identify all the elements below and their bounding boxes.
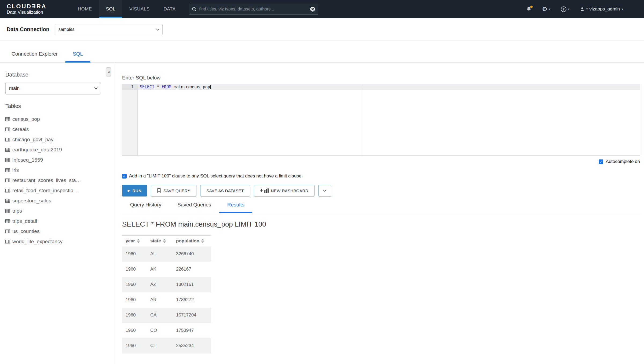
table-row: 1960 AK 226167 (122, 262, 211, 277)
table-row: 1960 CT 2535234 (122, 338, 211, 354)
table-item-earthquake-data2019[interactable]: earthquake_data2019 (5, 145, 114, 155)
table-item-trips[interactable]: trips (5, 206, 114, 216)
action-buttons: ▶ RUN SAVE QUERY SAVE AS DATASET NE (122, 185, 640, 196)
new-dashboard-button[interactable]: NEW DASHBOARD (254, 185, 314, 196)
save-query-label: SAVE QUERY (163, 188, 190, 193)
new-dashboard-icon (260, 188, 269, 193)
results-table: year state population 1960 AL 3266740 19… (122, 235, 211, 354)
save-as-dataset-label: SAVE AS DATASET (206, 188, 244, 193)
cell-year: 1960 (122, 262, 150, 277)
search-input[interactable] (199, 7, 310, 12)
data-connection-select[interactable]: samples (55, 24, 163, 35)
table-row: 1960 AZ 1302161 (122, 277, 211, 292)
run-button[interactable]: ▶ RUN (122, 185, 147, 196)
gear-icon: ⚙ (542, 6, 547, 12)
table-item-world-life-expectancy[interactable]: world_life_expectancy (5, 236, 114, 247)
cell-state: CA (150, 308, 176, 323)
more-actions-button[interactable] (318, 185, 331, 196)
new-dashboard-label: NEW DASHBOARD (271, 188, 308, 193)
table-item-infoseq-1559[interactable]: infoseq_1559 (5, 155, 114, 165)
nav-item-data[interactable]: DATA (157, 0, 183, 18)
tab-results[interactable]: Results (219, 202, 252, 213)
save-as-dataset-button[interactable]: SAVE AS DATASET (200, 185, 250, 196)
table-item-retail-food-store[interactable]: retail_food_store_inspectio… (5, 185, 114, 196)
table-item-us-counties[interactable]: us_counties (5, 226, 114, 236)
autocomplete-checkbox[interactable]: ✓ (599, 159, 603, 164)
help-menu-button[interactable]: ? ▾ (561, 6, 570, 12)
editor-ruler (362, 84, 362, 155)
page-tabs: Connection Explorer SQL (0, 41, 644, 63)
tab-sql[interactable]: SQL (65, 51, 90, 62)
limit-clause-checkbox[interactable]: ✓ (122, 174, 127, 179)
user-icon (580, 7, 585, 12)
cell-year: 1960 (122, 338, 150, 354)
clear-search-icon[interactable] (310, 6, 315, 12)
table-item-restaurant-scores[interactable]: restaurant_scores_lives_sta… (5, 175, 114, 185)
table-item-cereals[interactable]: cereals (5, 124, 114, 134)
executed-query-title: SELECT * FROM main.census_pop LIMIT 100 (122, 220, 640, 228)
table-icon (5, 128, 10, 131)
nav-item-visuals[interactable]: VISUALS (122, 0, 156, 18)
table-item-label: superstore_sales (12, 198, 51, 204)
nav-menu: HOME SQL VISUALS DATA (71, 0, 183, 18)
bookmark-icon (157, 188, 161, 193)
tab-connection-explorer[interactable]: Connection Explorer (4, 51, 65, 62)
table-row: 1960 CA 15717204 (122, 308, 211, 323)
notifications-button[interactable] (526, 6, 532, 12)
table-icon (5, 199, 10, 203)
cell-population: 1753947 (176, 323, 211, 338)
sidebar-collapse-button[interactable]: ◀ (106, 67, 111, 77)
table-icon (5, 168, 10, 172)
search-icon (192, 7, 197, 12)
table-item-iris[interactable]: iris (5, 165, 114, 175)
sort-icon (137, 239, 140, 243)
column-header-population[interactable]: population (176, 238, 204, 244)
settings-menu-button[interactable]: ⚙ ▾ (542, 6, 551, 12)
table-item-trips-detail[interactable]: trips_detail (5, 216, 114, 226)
cell-state: AR (150, 292, 176, 308)
table-icon (5, 117, 10, 121)
cell-state: AZ (150, 277, 176, 292)
notification-badge (530, 5, 533, 9)
cell-state: AK (150, 262, 176, 277)
table-item-superstore-sales[interactable]: superstore_sales (5, 196, 114, 206)
cell-population: 1786272 (176, 292, 211, 308)
user-menu-button[interactable]: * vizapps_admin ▾ (580, 6, 623, 12)
table-item-label: us_counties (12, 228, 39, 234)
username-label: vizapps_admin (590, 6, 620, 12)
nav-item-home[interactable]: HOME (71, 0, 99, 18)
cell-year: 1960 (122, 292, 150, 308)
column-header-state[interactable]: state (150, 238, 166, 244)
line-number: 1 (122, 84, 137, 90)
cell-year: 1960 (122, 277, 150, 292)
table-item-label: infoseq_1559 (12, 157, 43, 163)
content-area: ◀ Database main Tables census_pop cereal… (0, 63, 644, 364)
table-icon (5, 240, 10, 243)
autocomplete-row: ✓ Autocomplete on (122, 159, 640, 164)
global-search[interactable] (189, 4, 318, 14)
sql-code-area[interactable]: SELECT * FROM main.census_pop (138, 84, 640, 155)
tables-label: Tables (5, 103, 114, 109)
tab-saved-queries[interactable]: Saved Queries (169, 202, 219, 213)
sql-token: SELECT (140, 85, 154, 89)
limit-clause-row: ✓ Add in a "LIMIT 100" clause to any SQL… (122, 173, 640, 179)
text-cursor (210, 85, 211, 89)
table-icon (5, 148, 10, 152)
cell-year: 1960 (122, 246, 150, 262)
data-connection-bar: Data Connection samples (0, 18, 644, 41)
tab-query-history[interactable]: Query History (122, 202, 169, 213)
table-item-label: chicago_govt_pay (12, 137, 53, 143)
table-item-census-pop[interactable]: census_pop (5, 114, 114, 124)
sql-token: * (154, 85, 162, 89)
table-item-chicago-govt-pay[interactable]: chicago_govt_pay (5, 134, 114, 145)
table-item-label: trips_detail (12, 218, 37, 224)
nav-item-sql[interactable]: SQL (99, 0, 123, 18)
cell-year: 1960 (122, 323, 150, 338)
chevron-down-icon: ▾ (568, 7, 570, 11)
database-select[interactable]: main (5, 82, 101, 94)
table-icon (5, 189, 10, 192)
column-header-year[interactable]: year (126, 238, 140, 244)
save-query-button[interactable]: SAVE QUERY (151, 185, 196, 196)
sql-main-panel: Enter SQL below 1 SELECT * FROM main.cen… (114, 63, 644, 364)
cell-population: 226167 (176, 262, 211, 277)
